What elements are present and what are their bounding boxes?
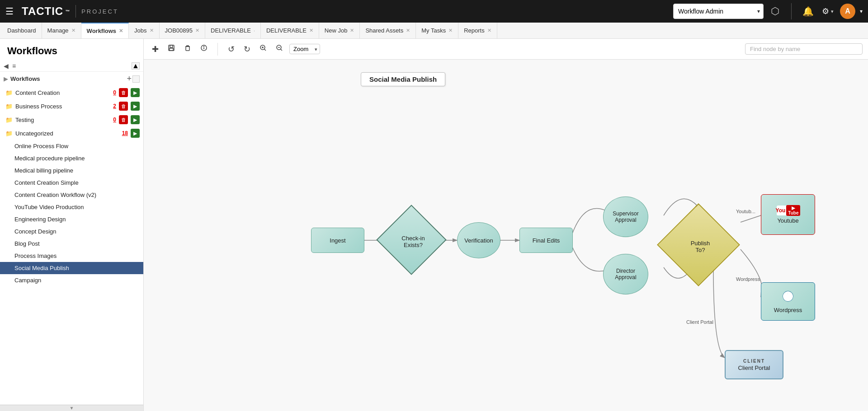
sidebar-scroll-btn[interactable] — [132, 75, 140, 83]
tab-deliverable1-close[interactable]: · — [254, 28, 255, 33]
tab-deliverable1[interactable]: DELIVERABLE · — [205, 23, 261, 39]
node-verification[interactable]: Verification — [457, 222, 500, 258]
node-wordpress[interactable]: Wordpress — [761, 282, 815, 321]
category-delete-button[interactable]: 🗑 — [119, 102, 128, 111]
sidebar-category-content-creation[interactable]: 📁 Content Creation 0 🗑 ▶ — [0, 86, 143, 99]
category-label: Business Process — [15, 103, 110, 110]
tab-my-tasks-close[interactable]: ✕ — [448, 28, 453, 33]
find-node-input[interactable] — [745, 43, 863, 55]
sidebar-list-icon[interactable]: ≡ — [12, 62, 16, 70]
tab-manage[interactable]: Manage ✕ — [42, 23, 81, 39]
tab-reports-close[interactable]: ✕ — [487, 28, 491, 33]
list-item-selected[interactable]: Social Media Publish — [0, 262, 143, 274]
node-final-edits[interactable]: Final Edits — [519, 228, 573, 253]
tab-shared-assets[interactable]: Shared Assets ✕ — [360, 23, 416, 39]
tab-new-job[interactable]: New Job ✕ — [319, 23, 360, 39]
tab-shared-assets-close[interactable]: ✕ — [406, 28, 410, 33]
sidebar-category-testing[interactable]: 📁 Testing 0 🗑 ▶ — [0, 113, 143, 126]
cube-icon[interactable]: ⬡ — [771, 5, 779, 17]
node-youtube-label: Youtube — [777, 217, 798, 224]
list-item[interactable]: Engineering Design — [0, 213, 143, 225]
add-workflow-button[interactable]: + — [127, 74, 132, 84]
tab-manage-close[interactable]: ✕ — [71, 28, 75, 33]
svg-line-8 — [264, 49, 266, 51]
category-add-button[interactable]: ▶ — [131, 129, 140, 138]
category-delete-button[interactable]: 🗑 — [119, 88, 128, 97]
tab-manage-label: Manage — [47, 27, 69, 34]
list-item[interactable]: Medical procedure pipeline — [0, 152, 143, 164]
category-add-button[interactable]: ▶ — [131, 102, 140, 111]
list-item[interactable]: Medical billing pipeline — [0, 164, 143, 177]
scroll-down-arrow: ▼ — [70, 406, 74, 411]
list-item[interactable]: Online Process Flow — [0, 140, 143, 152]
list-item[interactable]: Process Images — [0, 250, 143, 262]
node-youtube[interactable]: You ▶ Tube Youtube — [761, 194, 815, 235]
avatar[interactable]: A — [840, 4, 855, 19]
sidebar-tree: ▶ Workflows + 📁 Content Creation 0 🗑 ▶ 📁… — [0, 72, 143, 405]
node-supervisor[interactable]: SupervisorApproval — [603, 196, 648, 237]
list-item[interactable]: Content Creation Workflow (v2) — [0, 189, 143, 201]
category-badge[interactable]: 0 — [113, 89, 116, 96]
node-checkin-wrap[interactable]: Check-inExists? — [387, 215, 440, 268]
folder-icon: 📁 — [5, 130, 13, 137]
tab-jobs-close[interactable]: ✕ — [150, 28, 154, 33]
node-publish-label: PublishTo? — [669, 215, 731, 278]
list-item[interactable]: Concept Design — [0, 225, 143, 238]
tab-new-job-close[interactable]: ✕ — [350, 28, 354, 33]
tab-reports[interactable]: Reports ✕ — [458, 23, 497, 39]
logo-tactic: TACTIC — [22, 5, 63, 18]
tab-my-tasks[interactable]: My Tasks ✕ — [416, 23, 458, 39]
conn-label-client-portal: Client Portal — [686, 319, 713, 325]
tab-deliverable2[interactable]: DELIVERABLE ✕ — [261, 23, 319, 39]
category-add-button[interactable]: ▶ — [131, 88, 140, 97]
list-item[interactable]: Blog Post — [0, 238, 143, 250]
node-ingest[interactable]: Ingest — [311, 228, 364, 253]
sidebar-category-uncategorized[interactable]: 📁 Uncategorized 18 ▶ — [0, 126, 143, 140]
sidebar-scroll-up[interactable]: ▲ — [132, 62, 140, 70]
list-item[interactable]: Content Creation Simple — [0, 177, 143, 189]
workspace-dropdown[interactable]: Workflow Admin — [673, 4, 764, 19]
sidebar-category-business-process[interactable]: 📁 Business Process 2 🗑 ▶ — [0, 99, 143, 113]
tool-redo-button[interactable]: ↻ — [241, 42, 253, 56]
node-final-edits-label: Final Edits — [533, 237, 560, 244]
tool-undo-button[interactable]: ↺ — [225, 42, 237, 56]
menu-icon[interactable]: ☰ — [5, 6, 14, 17]
category-add-button[interactable]: ▶ — [131, 115, 140, 124]
tab-deliverable1-label: DELIVERABLE — [211, 27, 251, 34]
node-director[interactable]: DirectorApproval — [603, 254, 648, 294]
category-badge[interactable]: 18 — [122, 130, 128, 136]
tab-workflows-close[interactable]: ✕ — [119, 28, 123, 34]
tool-zoom-out-button[interactable] — [273, 42, 286, 56]
tab-jobs[interactable]: Jobs ✕ — [129, 23, 159, 39]
list-item[interactable]: YouTube Video Production — [0, 201, 143, 213]
sidebar-scroll-down[interactable]: ▼ — [0, 405, 143, 411]
svg-line-12 — [280, 49, 282, 51]
tool-info-button[interactable] — [198, 42, 210, 56]
tool-zoom-in-button[interactable] — [257, 42, 269, 56]
tool-delete-button[interactable] — [181, 42, 194, 56]
tab-workflows[interactable]: Workflows ✕ — [81, 23, 129, 39]
node-publish-wrap[interactable]: PublishTo? — [669, 215, 731, 278]
list-item[interactable]: Campaign — [0, 274, 143, 286]
node-client-portal[interactable]: CLIENT Client Portal — [725, 350, 783, 379]
zoom-select-wrap[interactable]: Zoom 50% 75% 100% 150% ▾ — [289, 44, 320, 54]
canvas-viewport[interactable]: Social Media Publish — [144, 60, 868, 411]
tab-dashboard[interactable]: Dashboard — [2, 23, 42, 39]
user-dropdown-arrow[interactable]: ▾ — [860, 8, 863, 14]
category-delete-button[interactable]: 🗑 — [119, 115, 128, 124]
bell-icon[interactable]: 🔔 — [802, 6, 814, 17]
category-badge[interactable]: 0 — [113, 117, 116, 123]
node-wordpress-label: Wordpress — [774, 307, 802, 313]
tool-save-button[interactable] — [165, 42, 178, 56]
workspace-dropdown-wrap[interactable]: Workflow Admin ▾ — [673, 4, 764, 19]
svg-rect-2 — [170, 48, 173, 51]
youtube-logo: You ▶ Tube — [777, 206, 799, 215]
tab-job00895[interactable]: JOB00895 ✕ — [160, 23, 205, 39]
gear-button[interactable]: ⚙ ▾ — [822, 6, 834, 16]
category-badge[interactable]: 2 — [113, 103, 116, 109]
tool-add-button[interactable]: ✚ — [149, 42, 161, 56]
sidebar-collapse-button[interactable]: ◀ — [4, 62, 9, 70]
tab-job00895-close[interactable]: ✕ — [195, 28, 199, 33]
zoom-select[interactable]: Zoom 50% 75% 100% 150% — [289, 44, 320, 54]
tab-deliverable2-close[interactable]: ✕ — [309, 28, 313, 33]
